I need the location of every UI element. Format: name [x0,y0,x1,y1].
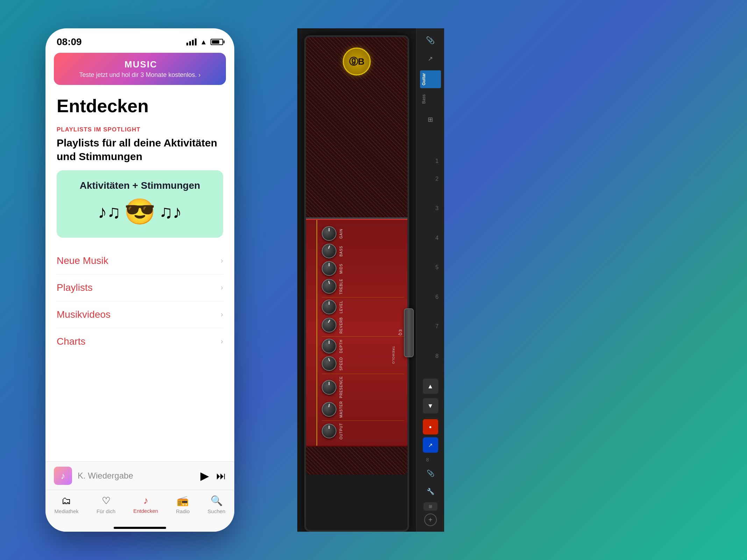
sunglasses-emoji: 😎 [124,197,156,227]
apple-music-banner[interactable]: MUSIC Teste jetzt und hol dir 3 Monate k… [54,53,226,85]
ruler-number-1: 1 [435,158,439,164]
amp-control-panel: GAIN BASS MIDS [306,219,407,447]
menu-item-playlists[interactable]: Playlists › [57,274,223,301]
ruler-number-3: 3 [435,205,439,211]
knob-label-gain: GAIN [339,229,343,238]
garageband-panel: ⓖB GAIN [297,28,444,532]
menu-label-charts: Charts [57,336,85,347]
menu-item-charts[interactable]: Charts › [57,328,223,347]
tab-suchen[interactable]: 🔍 Suchen [208,495,226,521]
tab-guitar[interactable]: Guitar [420,70,441,88]
amp-knob-treble [322,279,336,294]
amp-knob-output [322,424,336,438]
tab-entdecken[interactable]: ♪ Entdecken [133,495,158,521]
chevron-right-icon: › [221,310,223,319]
knob-label-presence: PRESENCE [339,376,343,398]
knob-label-depth: DEPTH [339,339,343,353]
mini-player-controls: ▶ ⏭ [200,469,226,482]
ruler-bottom-1: 8 [426,457,429,462]
fuer-dich-icon: ♡ [102,495,111,507]
amp-knob-master [322,402,336,417]
amp-handle [404,308,414,357]
arrow-down-icon: ▼ [427,402,434,410]
tab-fuer-dich[interactable]: ♡ Für dich [97,495,115,521]
tab-bass[interactable]: Bass [420,93,441,105]
knob-label-bass: BASS [339,246,343,257]
add-button[interactable]: + [424,514,437,526]
ruler-number-2: 2 [435,176,439,182]
amp-logo-badge: ⓖB [343,48,371,76]
knob-label-master: MASTER [339,401,343,418]
grid-icon: ⊞ [429,504,432,509]
knob-label-level: LEVEL [339,301,343,313]
apple-music-title: MUSIC [62,59,218,70]
wrench-icon[interactable]: 🔧 [423,483,438,500]
tab-mediathek-label: Mediathek [55,508,79,514]
status-icons: ▲ [186,38,223,46]
play-button[interactable]: ▶ [200,469,209,482]
arrow-up-button[interactable]: ▲ [423,379,438,394]
mixer-icon[interactable]: ⊞ [417,112,444,128]
section-label: PLAYLISTS IM SPOTLIGHT [57,126,223,133]
amp-knob-bass [322,244,336,258]
grid-button[interactable]: ⊞ [424,502,437,511]
home-indicator [114,527,166,529]
tab-fuer-dich-label: Für dich [97,508,115,514]
bottom-paperclip-icon[interactable]: 📎 [423,465,438,481]
tab-radio-label: Radio [176,508,190,514]
activities-card-title: Aktivitäten + Stimmungen [65,180,215,191]
amp-knob-speed [322,356,336,371]
knob-label-treble: TREBLE [339,279,343,294]
iphone-content: Entdecken PLAYLISTS IM SPOTLIGHT Playlis… [45,88,234,347]
mini-player[interactable]: ♪ K. Wiedergabe ▶ ⏭ [45,461,234,490]
battery-icon [211,39,223,45]
tab-suchen-label: Suchen [208,508,226,514]
arrow-up-icon: ▲ [427,383,434,390]
paperclip-icon[interactable]: 📎 [417,32,444,49]
knob-label-mids: MIDS [339,264,343,274]
section-subtitle: Playlists für all deine Aktivitäten und … [57,136,223,163]
amp-knob-depth [322,339,336,353]
menu-item-neue-musik[interactable]: Neue Musik › [57,247,223,274]
mini-player-track: K. Wiedergabe [78,471,133,481]
ruler-number-4: 4 [435,235,439,241]
chevron-right-icon: › [221,337,223,346]
wifi-icon: ▲ [200,38,207,46]
chevron-right-icon: › [221,256,223,265]
amp-knob-reverb [322,318,336,332]
select-icon: ↗ [428,442,433,448]
iphone-device: 08:09 ▲ MUSIC Teste jetzt und hol dir 3 … [45,28,234,532]
knob-label-output: OUTPUT [339,423,343,439]
record-icon: ● [429,424,432,430]
tab-radio[interactable]: 📻 Radio [176,495,190,521]
entdecken-icon: ♪ [143,495,148,506]
radio-icon: 📻 [177,495,189,507]
amp-knob-presence [322,380,336,395]
tab-bar: 🗂 Mediathek ♡ Für dich ♪ Entdecken 📻 Rad… [45,490,234,532]
activities-emoji-row: ♪♫ 😎 ♫♪ [65,197,215,227]
amp-speaker-bottom [306,447,407,475]
arrow-down-button[interactable]: ▼ [423,398,438,414]
apple-music-label: MUSIC [124,59,157,70]
ruler-number-6: 6 [435,294,439,300]
page-title: Entdecken [57,95,223,116]
menu-label-musikvideos: Musikvideos [57,309,111,320]
menu-label-playlists: Playlists [57,282,93,293]
forward-button[interactable]: ⏭ [216,470,226,482]
signal-icon [186,38,197,45]
cursor-icon[interactable]: ↗ [417,51,444,67]
record-button[interactable]: ● [423,419,438,435]
amp-knob-gain [322,226,336,241]
select-button[interactable]: ↗ [423,437,438,453]
mediathek-icon: 🗂 [62,495,71,507]
music-notes-left-icon: ♪♫ [98,201,121,222]
mini-player-left: ♪ K. Wiedergabe [54,467,133,485]
knob-label-reverb: REVERB [339,317,343,333]
menu-item-musikvideos[interactable]: Musikvideos › [57,301,223,328]
amp-knob-level [322,300,336,314]
activities-card[interactable]: Aktivitäten + Stimmungen ♪♫ 😎 ♫♪ [57,170,223,238]
music-notes-right-icon: ♫♪ [159,201,182,222]
suchen-icon: 🔍 [211,495,223,507]
tab-mediathek[interactable]: 🗂 Mediathek [55,495,79,521]
tab-entdecken-label: Entdecken [133,508,158,514]
